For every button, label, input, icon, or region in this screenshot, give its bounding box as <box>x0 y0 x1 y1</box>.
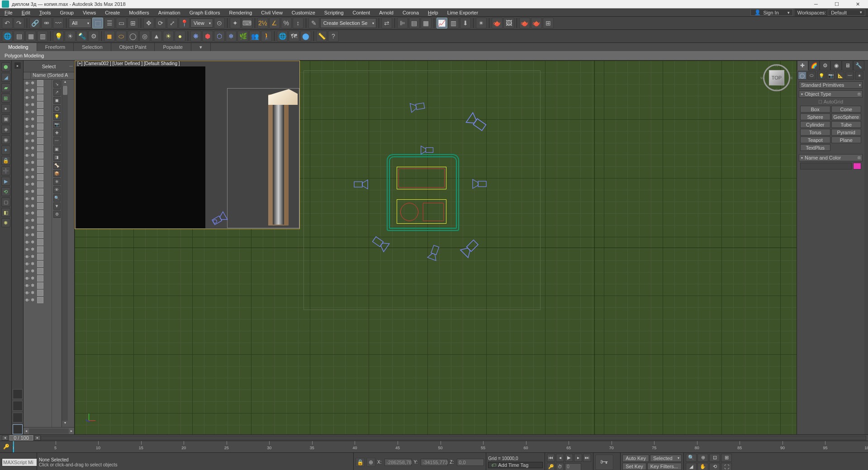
geo-torus-button[interactable]: ◎ <box>139 31 150 42</box>
orbit-button[interactable]: ⟲ <box>709 463 720 470</box>
explorer-scrollbar[interactable]: ▴ ▾ <box>62 80 68 427</box>
ribbon-tab-populate[interactable]: Populate <box>155 43 191 51</box>
material-editor-button[interactable]: ✴ <box>476 18 487 28</box>
tab-display[interactable]: 🖥 <box>842 61 853 70</box>
workspaces-dropdown[interactable]: Default <box>828 9 865 16</box>
angle-snap-button[interactable]: ∠ <box>269 18 280 28</box>
primitive-sphere[interactable]: Sphere <box>800 113 830 120</box>
snap-vertex-icon[interactable]: ⬢ <box>1 62 10 71</box>
list-item[interactable]: 👁❄ <box>24 166 52 174</box>
list-item[interactable]: 👁❄ <box>24 80 52 87</box>
menu-corona[interactable]: Corona <box>398 9 423 16</box>
timeslider-handle[interactable]: 0 / 100 <box>9 435 33 441</box>
layer-manager-button[interactable]: ▦ <box>25 31 36 42</box>
wireframe-icon[interactable]: ▢ <box>1 197 10 207</box>
add-time-tag-button[interactable]: 🏷Add Time Tag <box>488 462 543 468</box>
light-sun-button[interactable]: ☀ <box>65 31 76 42</box>
named-selection-dropdown[interactable]: Create Selection Se <box>320 18 376 28</box>
scene-explorer-button[interactable]: ▤ <box>14 31 24 42</box>
tab-create[interactable]: ✚ <box>797 61 808 70</box>
x-coord-input[interactable]: -286258,78 <box>384 459 412 466</box>
scroll-thumb[interactable] <box>63 86 67 95</box>
sign-in-dropdown[interactable]: 👤 Sign In <box>750 9 793 16</box>
swatch-1[interactable] <box>13 389 23 399</box>
xview-icon[interactable]: ◉ <box>1 135 10 144</box>
list-item[interactable]: 👁❄ <box>24 289 52 296</box>
biped-button[interactable]: 🚶 <box>261 31 272 42</box>
list-item[interactable]: 👁❄ <box>24 94 52 101</box>
edit-selection-set-button[interactable]: ✎ <box>308 18 319 28</box>
curve-editor-button[interactable]: 📈 <box>436 18 447 28</box>
minimize-button[interactable]: ─ <box>806 0 826 9</box>
crease-explorer-button[interactable]: ▥ <box>37 31 48 42</box>
filter-xref-icon[interactable]: ◨ <box>53 154 61 161</box>
menu-edit[interactable]: Edit <box>17 9 35 16</box>
primitive-geosphere[interactable]: GeoSphere <box>831 113 862 120</box>
subtab-cameras[interactable]: 📷 <box>826 71 835 80</box>
zoom-all-button[interactable]: ⊕ <box>697 454 708 462</box>
keyboard-shortcut-button[interactable]: ⌨ <box>242 18 252 28</box>
mirror-button[interactable]: ⇄ <box>381 18 392 28</box>
render-setup-button[interactable]: 🫖 <box>492 18 503 28</box>
y-coord-input[interactable]: -34155,773 <box>421 459 448 466</box>
list-item[interactable]: 👁❄ <box>24 282 52 289</box>
primitive-tube[interactable]: Tube <box>831 121 862 128</box>
compound-button[interactable]: ⬡ <box>214 31 225 42</box>
list-item[interactable]: 👁❄ <box>24 159 52 166</box>
window-crossing-button[interactable]: ⊞ <box>128 18 138 28</box>
asset-library-button[interactable]: 🌐 <box>2 31 13 42</box>
maximize-viewport-button[interactable]: ⛶ <box>721 463 732 470</box>
list-item[interactable]: 👁❄ <box>24 101 52 108</box>
geometry-category-dropdown[interactable]: Standard Primitives <box>799 81 863 89</box>
swatch-2[interactable] <box>13 401 23 411</box>
zoom-button[interactable]: 🔍 <box>686 454 697 462</box>
play-anim-icon[interactable]: ▶ <box>1 177 10 186</box>
tab-motion[interactable]: ◉ <box>830 61 842 70</box>
particle-button[interactable]: ❋ <box>190 31 201 42</box>
undo-button[interactable]: ↶ <box>2 18 13 28</box>
help-about-button[interactable]: ? <box>328 31 339 42</box>
snap-face-icon[interactable]: ▰ <box>1 83 10 92</box>
object-name-input[interactable] <box>800 163 852 169</box>
timeslider-track[interactable] <box>41 436 866 440</box>
filter-light-icon[interactable]: 💡 <box>53 113 61 120</box>
goto-end-button[interactable]: ⏭ <box>583 454 591 462</box>
rollout-name-color-header[interactable]: Name and Color⊡ <box>799 154 863 161</box>
track-bar[interactable]: 🔑 05101520253035404550556065707580859095… <box>0 441 868 452</box>
scroll-right-icon[interactable]: ▸ <box>69 429 74 433</box>
filter-all-icon[interactable]: ↘ <box>53 80 61 88</box>
primitive-box[interactable]: Box <box>800 106 830 113</box>
scroll-left-icon[interactable]: ◂ <box>24 429 29 433</box>
selection-lock-icon[interactable]: 🔒 <box>1 156 10 165</box>
particle-flow-button[interactable]: ⬢ <box>202 31 213 42</box>
viewcube-face[interactable]: TOP <box>769 70 784 85</box>
dope-sheet-button[interactable]: ▥ <box>448 18 459 28</box>
filter-geom-icon[interactable]: ◼ <box>53 97 61 104</box>
lock-selection-icon[interactable]: 🔒 <box>356 458 365 467</box>
fov-button[interactable]: ◢ <box>686 463 697 470</box>
percent-snap-button[interactable]: % <box>281 18 292 28</box>
geo-box-button[interactable]: ◼ <box>104 31 115 42</box>
geo-sphere-button[interactable]: ⬭ <box>116 31 127 42</box>
bind-spacewarp-button[interactable]: 〰 <box>53 18 64 28</box>
snap-edge-icon[interactable]: ◢ <box>1 73 10 82</box>
list-item[interactable]: 👁❄ <box>24 181 52 188</box>
link-button[interactable]: 🔗 <box>29 18 40 28</box>
list-item[interactable]: 👁❄ <box>24 137 52 145</box>
auto-key-button[interactable]: Auto Key <box>622 455 649 462</box>
list-item[interactable]: 👁❄ <box>24 108 52 116</box>
menu-lime-exporter[interactable]: Lime Exporter <box>443 9 483 16</box>
list-item[interactable]: 👁❄ <box>24 231 52 239</box>
rotate-button[interactable]: ⟳ <box>155 18 166 28</box>
col-name-header[interactable]: Name (Sorted A <box>31 72 74 79</box>
menu-animation[interactable]: Animation <box>154 9 185 16</box>
subtab-lights[interactable]: 💡 <box>817 71 825 80</box>
schematic-view-button[interactable]: ⬇ <box>460 18 471 28</box>
render-production-button[interactable]: 🫖 <box>519 18 530 28</box>
ribbon-collapse[interactable]: ▾ <box>191 43 211 51</box>
timeslider-next[interactable]: ▸ <box>34 435 41 441</box>
filter-helper-icon[interactable]: ✚ <box>53 129 61 136</box>
primitive-cone[interactable]: Cone <box>831 106 862 113</box>
zoom-extents-button[interactable]: ⊡ <box>709 454 720 462</box>
list-item[interactable]: 👁❄ <box>24 174 52 181</box>
